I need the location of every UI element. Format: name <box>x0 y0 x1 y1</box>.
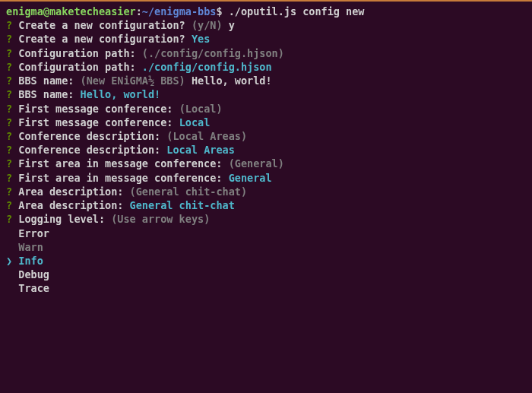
question-mark-icon: ? <box>6 88 12 100</box>
prompt-label: First area in message conference: <box>18 157 222 170</box>
option-label: Trace <box>18 282 49 294</box>
question-mark-icon: ? <box>6 213 12 225</box>
user-input[interactable]: Hello, world! <box>192 74 272 87</box>
list-option-warn[interactable]: Warn <box>6 240 526 254</box>
prompt-label: Logging level: <box>18 213 105 225</box>
shell-at: @ <box>43 5 49 17</box>
prompt-create-config-answer: ? Create a new configuration? Yes <box>6 32 526 46</box>
prompt-first-conference: ? First message conference: (Local) <box>6 102 526 116</box>
prompt-label: Configuration path: <box>18 61 135 73</box>
list-option-info-selected[interactable]: ❯ Info <box>6 254 526 268</box>
prompt-first-area: ? First area in message conference: (Gen… <box>6 157 526 170</box>
option-label: Warn <box>18 241 43 253</box>
prompt-conference-desc: ? Conference description: (Local Areas) <box>6 129 526 143</box>
shell-colon: : <box>136 5 142 17</box>
prompt-hint: (General chit-chat) <box>130 185 247 198</box>
prompt-answer: Local <box>179 116 211 128</box>
prompt-label: BBS name: <box>18 88 74 100</box>
question-mark-icon: ? <box>6 199 12 211</box>
prompt-label: Create a new configuration? <box>18 19 185 31</box>
question-mark-icon: ? <box>6 33 12 45</box>
prompt-hint: (Use arrow keys) <box>111 213 210 225</box>
prompt-answer: Yes <box>192 33 210 45</box>
option-label: Info <box>18 255 43 267</box>
prompt-logging-level: ? Logging level: (Use arrow keys) <box>6 212 526 226</box>
question-mark-icon: ? <box>6 185 12 198</box>
prompt-hint: (Local Areas) <box>166 130 247 142</box>
shell-cwd: ~/enigma-bbs <box>142 5 217 17</box>
prompt-bbs-name-answer: ? BBS name: Hello, world! <box>6 87 526 101</box>
question-mark-icon: ? <box>6 19 12 31</box>
prompt-label: Area description: <box>18 185 123 198</box>
prompt-label: First message conference: <box>18 116 173 128</box>
shell-dollar: $ <box>216 5 222 17</box>
window-top-border <box>0 0 532 2</box>
prompt-area-desc: ? Area description: (General chit-chat) <box>6 185 526 198</box>
user-input[interactable]: y <box>229 19 235 31</box>
prompt-answer: General chit-chat <box>130 199 235 211</box>
shell-host: maketecheasier <box>49 5 136 17</box>
question-mark-icon: ? <box>6 144 12 156</box>
prompt-label: Configuration path: <box>18 47 135 59</box>
prompt-label: First message conference: <box>18 103 173 115</box>
prompt-answer: Local Areas <box>166 144 234 156</box>
question-mark-icon: ? <box>6 61 12 73</box>
question-mark-icon: ? <box>6 116 12 128</box>
prompt-area-desc-answer: ? Area description: General chit-chat <box>6 198 526 212</box>
prompt-label: Conference description: <box>18 144 160 156</box>
question-mark-icon: ? <box>6 172 12 184</box>
list-option-trace[interactable]: Trace <box>6 281 526 295</box>
option-label: Error <box>18 227 49 239</box>
prompt-label: Conference description: <box>18 130 160 142</box>
question-mark-icon: ? <box>6 130 12 142</box>
prompt-hint: (New ENiGMA½ BBS) <box>81 74 185 87</box>
prompt-label: Area description: <box>18 199 123 211</box>
list-option-debug[interactable]: Debug <box>6 268 526 281</box>
prompt-create-config: ? Create a new configuration? (y/N) y <box>6 18 526 32</box>
question-mark-icon: ? <box>6 47 12 59</box>
prompt-bbs-name: ? BBS name: (New ENiGMA½ BBS) Hello, wor… <box>6 74 526 87</box>
prompt-config-path-answer: ? Configuration path: ./config/config.hj… <box>6 60 526 74</box>
prompt-hint: (./config/config.hjson) <box>142 47 284 59</box>
prompt-first-conference-answer: ? First message conference: Local <box>6 116 526 129</box>
prompt-label: Create a new configuration? <box>18 33 185 45</box>
list-option-error[interactable]: Error <box>6 227 526 240</box>
shell-user: enigma <box>6 5 43 17</box>
prompt-label: First area in message conference: <box>18 172 222 184</box>
prompt-answer: Hello, world! <box>81 88 161 100</box>
question-mark-icon: ? <box>6 103 12 115</box>
command-text[interactable]: ./oputil.js config new <box>229 5 365 17</box>
prompt-hint: (Local) <box>179 103 223 115</box>
prompt-config-path: ? Configuration path: (./config/config.h… <box>6 46 526 60</box>
prompt-answer: General <box>229 172 272 184</box>
prompt-hint: (y/N) <box>192 19 223 31</box>
question-mark-icon: ? <box>6 74 12 87</box>
option-label: Debug <box>18 268 49 280</box>
prompt-label: BBS name: <box>18 74 74 87</box>
selector-icon: ❯ <box>6 255 12 267</box>
prompt-first-area-answer: ? First area in message conference: Gene… <box>6 171 526 185</box>
question-mark-icon: ? <box>6 157 12 170</box>
shell-prompt-line: enigma@maketecheasier:~/enigma-bbs$ ./op… <box>6 5 526 18</box>
prompt-answer: ./config/config.hjson <box>142 61 272 73</box>
prompt-hint: (General) <box>229 157 284 170</box>
prompt-conference-desc-answer: ? Conference description: Local Areas <box>6 143 526 157</box>
